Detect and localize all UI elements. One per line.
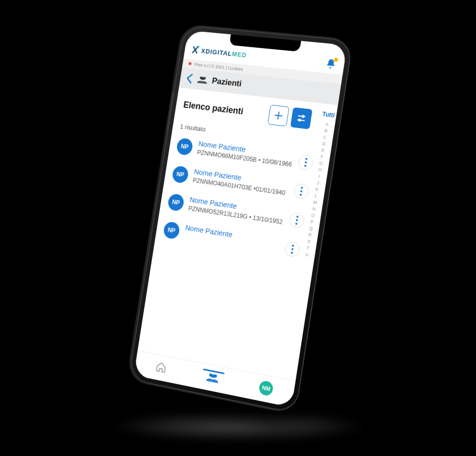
brand-text-suf: MED [231, 50, 247, 59]
patient-menu-button[interactable] [284, 240, 301, 258]
tab-patients[interactable] [203, 371, 223, 384]
app-logo[interactable]: X XDIGITALMED [191, 44, 248, 61]
alpha-letter[interactable]: S [307, 239, 311, 244]
alpha-letter[interactable]: J [317, 180, 320, 186]
patient-menu-button[interactable] [293, 183, 310, 200]
patient-row[interactable]: NPNome Paziente [163, 220, 302, 259]
people-icon [197, 76, 208, 84]
alpha-all[interactable]: Tutti [322, 111, 335, 119]
alpha-letter[interactable]: I [318, 174, 320, 179]
list-title: Elenco pazienti [183, 99, 244, 116]
alpha-letter[interactable]: T [306, 245, 310, 251]
alpha-letter[interactable]: A [325, 122, 329, 127]
alpha-letter[interactable]: F [320, 154, 324, 159]
svg-point-7 [211, 374, 215, 378]
patient-menu-button[interactable] [288, 212, 305, 228]
patient-menu-button[interactable] [297, 154, 314, 171]
avatar: NM [259, 380, 274, 396]
brand-text-pre: XDIGITAL [201, 47, 232, 58]
tab-home[interactable] [151, 359, 171, 375]
avatar: NP [176, 138, 194, 156]
plus-icon [273, 110, 284, 121]
alpha-letter[interactable]: Q [309, 226, 313, 231]
app-screen: X XDIGITALMED ✱ Prex s.r.l.© 2021 | Cook… [134, 30, 347, 407]
filter-button[interactable] [290, 107, 313, 129]
alpha-letter[interactable]: K [315, 187, 319, 192]
patient-list: NPNome PazientePZNNMO66M10F205B • 10/08/… [163, 137, 316, 259]
asterisk-icon: ✱ [188, 61, 192, 67]
patient-name: Nome Paziente [185, 223, 283, 246]
alpha-letter[interactable]: D [322, 141, 326, 147]
svg-point-3 [302, 115, 304, 117]
alpha-index[interactable]: Tutti ABCDEFGHIJKLMNOPQRSTU [283, 104, 338, 381]
alpha-letter[interactable]: L [314, 193, 317, 199]
page-title: Pazienti [211, 76, 242, 89]
alpha-letter[interactable]: R [308, 232, 312, 238]
alpha-letter[interactable]: C [323, 135, 327, 140]
logo-x-icon: X [191, 44, 199, 56]
people-icon [205, 371, 220, 383]
alpha-letter[interactable]: O [311, 213, 315, 218]
sliders-icon [296, 113, 307, 124]
alpha-letter[interactable]: P [310, 219, 314, 225]
device-shadow [109, 411, 367, 441]
back-button[interactable] [185, 73, 194, 84]
chevron-left-icon [185, 73, 194, 84]
home-icon [155, 360, 167, 374]
svg-point-5 [209, 373, 212, 377]
alpha-letter[interactable]: G [319, 160, 323, 166]
notifications-button[interactable] [325, 58, 337, 70]
phone-mockup: X XDIGITALMED ✱ Prex s.r.l.© 2021 | Cook… [129, 25, 353, 414]
alpha-letter[interactable]: N [312, 206, 316, 212]
main-content: Elenco pazienti 1 risultato NPNome Pazie… [137, 87, 338, 381]
bottom-tab-bar: NM [134, 350, 295, 407]
svg-point-6 [214, 374, 217, 378]
avatar: NP [167, 193, 185, 212]
avatar: NP [171, 165, 189, 184]
patient-row[interactable]: NPNome PazientePZNNMO66M10F205B • 10/08/… [176, 137, 316, 172]
add-patient-button[interactable] [268, 105, 289, 127]
svg-point-4 [298, 119, 300, 121]
alpha-letter[interactable]: U [305, 252, 309, 257]
alpha-letter[interactable]: B [324, 128, 328, 134]
active-tab-indicator [203, 368, 224, 374]
alpha-letter[interactable]: E [321, 148, 325, 153]
bell-icon [325, 58, 337, 70]
avatar: NP [163, 221, 181, 240]
notification-dot-icon [334, 58, 338, 62]
tab-profile[interactable]: NM [256, 379, 277, 397]
alpha-letter[interactable]: M [313, 200, 317, 205]
alpha-letter[interactable]: H [318, 167, 322, 172]
